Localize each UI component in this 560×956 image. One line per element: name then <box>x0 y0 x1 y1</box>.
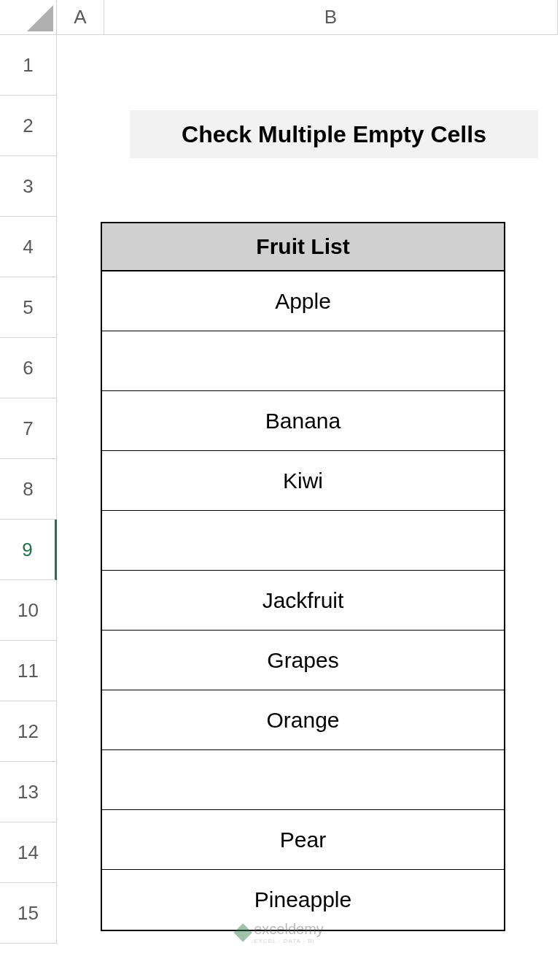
row-headers: 1 2 3 4 5 6 7 8 9 10 11 12 13 14 15 <box>0 35 57 944</box>
table-row[interactable]: Orange <box>102 690 504 750</box>
row-header-10[interactable]: 10 <box>0 580 57 641</box>
row-header-12[interactable]: 12 <box>0 701 57 762</box>
row-header-8[interactable]: 8 <box>0 459 57 520</box>
column-header-b[interactable]: B <box>104 0 558 35</box>
row-header-1[interactable]: 1 <box>0 35 57 96</box>
logo-icon <box>233 923 252 941</box>
row-header-11[interactable]: 11 <box>0 641 57 701</box>
row-header-9[interactable]: 9 <box>0 520 57 580</box>
row-header-15[interactable]: 15 <box>0 883 57 944</box>
table-row[interactable]: Apple <box>102 271 504 331</box>
row-header-13[interactable]: 13 <box>0 762 57 822</box>
fruit-table: Fruit List Apple Banana Kiwi Jackfruit G… <box>101 222 505 931</box>
watermark: exceldemy EXCEL · DATA · BI <box>236 921 324 944</box>
row-header-7[interactable]: 7 <box>0 398 57 459</box>
table-row[interactable] <box>102 750 504 810</box>
table-header[interactable]: Fruit List <box>102 223 504 271</box>
table-row[interactable]: Banana <box>102 391 504 451</box>
row-header-6[interactable]: 6 <box>0 338 57 398</box>
grid-area[interactable]: Check Multiple Empty Cells Fruit List Ap… <box>57 35 560 956</box>
row-header-5[interactable]: 5 <box>0 277 57 338</box>
table-row[interactable] <box>102 511 504 571</box>
table-row[interactable]: Jackfruit <box>102 571 504 631</box>
select-all-button[interactable] <box>0 0 57 35</box>
watermark-tagline: EXCEL · DATA · BI <box>254 938 324 944</box>
row-header-3[interactable]: 3 <box>0 156 57 217</box>
table-row[interactable]: Pear <box>102 810 504 870</box>
column-header-a[interactable]: A <box>57 0 104 35</box>
table-row[interactable]: Kiwi <box>102 451 504 511</box>
page-title[interactable]: Check Multiple Empty Cells <box>130 110 538 158</box>
column-headers: A B <box>57 0 560 35</box>
table-row[interactable] <box>102 331 504 391</box>
watermark-name: exceldemy <box>254 921 324 937</box>
row-header-4[interactable]: 4 <box>0 217 57 277</box>
table-row[interactable]: Grapes <box>102 631 504 690</box>
row-header-14[interactable]: 14 <box>0 822 57 883</box>
row-header-2[interactable]: 2 <box>0 96 57 156</box>
